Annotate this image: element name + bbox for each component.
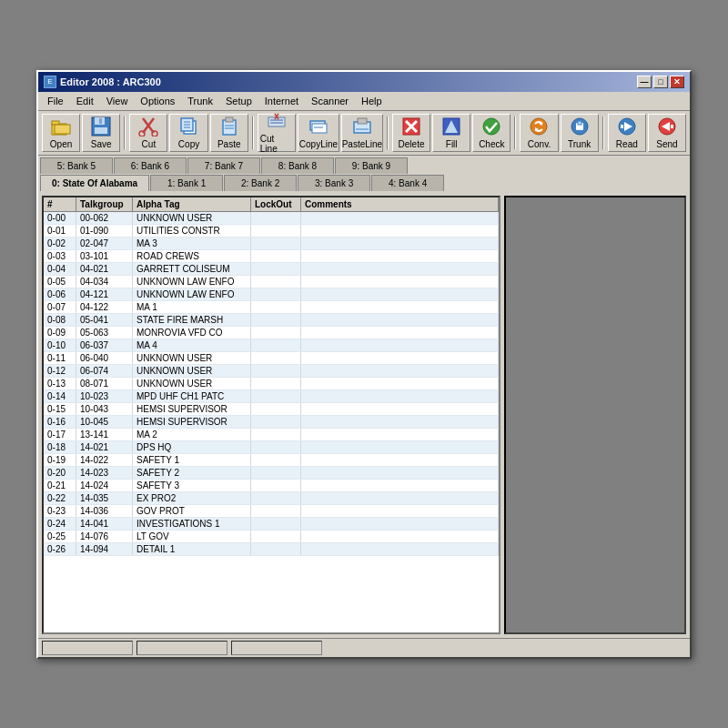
save-button[interactable]: Save bbox=[82, 114, 120, 152]
window-title: Editor 2008 : ARC300 bbox=[60, 76, 161, 87]
menu-view[interactable]: View bbox=[101, 94, 134, 108]
menu-options[interactable]: Options bbox=[135, 94, 180, 108]
conv-button[interactable]: Conv. bbox=[520, 114, 558, 152]
table-row[interactable]: 0-04 04-021 GARRETT COLISEUM bbox=[44, 263, 499, 276]
check-button[interactable]: Check bbox=[472, 114, 511, 152]
cell-num: 0-01 bbox=[44, 225, 76, 237]
cell-num: 0-00 bbox=[44, 212, 76, 224]
cell-talkgroup: 14-035 bbox=[76, 492, 133, 504]
cell-num: 0-10 bbox=[44, 339, 76, 351]
table-row[interactable]: 0-15 10-043 HEMSI SUPERVISOR bbox=[44, 403, 499, 416]
tab-bank1[interactable]: 1: Bank 1 bbox=[150, 175, 223, 191]
send-button[interactable]: Send bbox=[648, 114, 686, 152]
menu-edit[interactable]: Edit bbox=[71, 94, 99, 108]
table-row[interactable]: 0-01 01-090 UTILITIES CONSTR bbox=[44, 225, 499, 238]
table-row[interactable]: 0-23 14-036 GOV PROT bbox=[44, 505, 499, 518]
menu-file[interactable]: File bbox=[42, 94, 69, 108]
cell-lockout bbox=[251, 543, 301, 555]
cell-comments bbox=[301, 212, 499, 224]
minimize-button[interactable]: — bbox=[637, 76, 652, 88]
data-table: # Talkgroup Alpha Tag LockOut Comments 0… bbox=[42, 196, 500, 634]
cell-lockout bbox=[251, 263, 301, 275]
copy-button[interactable]: Copy bbox=[169, 114, 207, 152]
cell-alpha-tag: MONROVIA VFD CO bbox=[133, 327, 251, 339]
cut-button[interactable]: Cut bbox=[129, 114, 167, 152]
cell-comments bbox=[301, 314, 499, 326]
check-icon bbox=[480, 116, 502, 137]
svg-point-9 bbox=[139, 131, 145, 136]
table-row[interactable]: 0-16 10-045 HEMSI SUPERVISOR bbox=[44, 416, 499, 429]
table-row[interactable]: 0-25 14-076 LT GOV bbox=[44, 531, 499, 543]
tab-bank2[interactable]: 2: Bank 2 bbox=[224, 175, 297, 191]
table-row[interactable]: 0-06 04-121 UNKNOWN LAW ENFO bbox=[44, 288, 499, 301]
paste-line-button[interactable]: PasteLine bbox=[341, 114, 383, 152]
delete-icon bbox=[400, 116, 422, 137]
cell-alpha-tag: LT GOV bbox=[133, 531, 251, 542]
menu-internet[interactable]: Internet bbox=[259, 94, 304, 108]
read-button[interactable]: Read bbox=[608, 114, 646, 152]
table-row[interactable]: 0-13 08-071 UNKNOWN USER bbox=[44, 378, 499, 390]
maximize-button[interactable]: □ bbox=[653, 76, 668, 88]
cell-comments bbox=[301, 518, 499, 530]
copy-line-button[interactable]: CopyLine bbox=[298, 114, 339, 152]
cell-alpha-tag: SAFETY 2 bbox=[133, 467, 251, 479]
paste-icon bbox=[218, 116, 240, 137]
table-row[interactable]: 0-17 13-141 MA 2 bbox=[44, 429, 499, 441]
tab-bank3[interactable]: 3: Bank 3 bbox=[298, 175, 370, 191]
table-row[interactable]: 0-20 14-023 SAFETY 2 bbox=[44, 467, 499, 480]
menu-help[interactable]: Help bbox=[356, 94, 388, 108]
tabs-bottom-row: 0: State Of Alabama 1: Bank 1 2: Bank 2 … bbox=[40, 175, 688, 191]
tab-bank9[interactable]: 9: Bank 9 bbox=[335, 157, 408, 174]
close-button[interactable]: ✕ bbox=[670, 76, 684, 88]
cell-num: 0-16 bbox=[44, 416, 76, 428]
separator-1 bbox=[124, 116, 126, 149]
table-row[interactable]: 0-07 04-122 MA 1 bbox=[44, 301, 499, 314]
tab-bank5[interactable]: 5: Bank 5 bbox=[40, 157, 113, 174]
cell-comments bbox=[301, 238, 499, 249]
trunk-button[interactable]: Trunk bbox=[561, 114, 599, 152]
paste-button[interactable]: Paste bbox=[210, 114, 248, 152]
cell-num: 0-12 bbox=[44, 365, 76, 377]
svg-rect-20 bbox=[268, 117, 285, 126]
tab-bank7[interactable]: 7: Bank 7 bbox=[187, 157, 260, 174]
fill-button[interactable]: Fill bbox=[432, 114, 470, 152]
cell-num: 0-25 bbox=[44, 531, 76, 542]
menu-scanner[interactable]: Scanner bbox=[306, 94, 354, 108]
tab-bank6[interactable]: 6: Bank 6 bbox=[114, 157, 187, 174]
table-row[interactable]: 0-12 06-074 UNKNOWN USER bbox=[44, 365, 499, 378]
open-button[interactable]: Open bbox=[42, 114, 80, 152]
table-row[interactable]: 0-11 06-040 UNKNOWN USER bbox=[44, 352, 499, 365]
tab-bank8[interactable]: 8: Bank 8 bbox=[261, 157, 334, 174]
table-row[interactable]: 0-14 10-023 MPD UHF CH1 PATC bbox=[44, 390, 499, 403]
table-row[interactable]: 0-02 02-047 MA 3 bbox=[44, 238, 499, 250]
cut-line-button[interactable]: Cut Line bbox=[258, 114, 296, 152]
cell-lockout bbox=[251, 288, 301, 300]
table-row[interactable]: 0-21 14-024 SAFETY 3 bbox=[44, 480, 499, 492]
delete-button[interactable]: Delete bbox=[392, 114, 430, 152]
title-controls: — □ ✕ bbox=[637, 76, 684, 88]
table-row[interactable]: 0-18 14-021 DPS HQ bbox=[44, 441, 499, 454]
cell-alpha-tag: MA 3 bbox=[133, 238, 251, 249]
copy-icon bbox=[178, 116, 200, 137]
cell-alpha-tag: GARRETT COLISEUM bbox=[133, 263, 251, 275]
table-row[interactable]: 0-00 00-062 UNKNOWN USER bbox=[44, 212, 499, 225]
svg-rect-45 bbox=[621, 125, 623, 128]
table-row[interactable]: 0-08 05-041 STATE FIRE MARSH bbox=[44, 314, 499, 327]
table-row[interactable]: 0-03 03-101 ROAD CREWS bbox=[44, 250, 499, 263]
table-row[interactable]: 0-19 14-022 SAFETY 1 bbox=[44, 454, 499, 467]
cell-lockout bbox=[251, 327, 301, 339]
table-row[interactable]: 0-26 14-094 DETAIL 1 bbox=[44, 543, 499, 556]
table-row[interactable]: 0-22 14-035 EX PRO2 bbox=[44, 492, 499, 505]
cell-alpha-tag: HEMSI SUPERVISOR bbox=[133, 416, 251, 428]
cell-num: 0-17 bbox=[44, 429, 76, 440]
table-row[interactable]: 0-09 05-063 MONROVIA VFD CO bbox=[44, 327, 499, 339]
tab-bank0[interactable]: 0: State Of Alabama bbox=[40, 175, 149, 191]
cell-alpha-tag: GOV PROT bbox=[133, 505, 251, 517]
menu-trunk[interactable]: Trunk bbox=[182, 94, 218, 108]
table-row[interactable]: 0-05 04-034 UNKNOWN LAW ENFO bbox=[44, 276, 499, 288]
table-row[interactable]: 0-24 14-041 INVESTIGATIONS 1 bbox=[44, 518, 499, 531]
tab-bank4[interactable]: 4: Bank 4 bbox=[371, 175, 444, 191]
menu-setup[interactable]: Setup bbox=[220, 94, 258, 108]
cell-num: 0-05 bbox=[44, 276, 76, 288]
table-row[interactable]: 0-10 06-037 MA 4 bbox=[44, 339, 499, 352]
